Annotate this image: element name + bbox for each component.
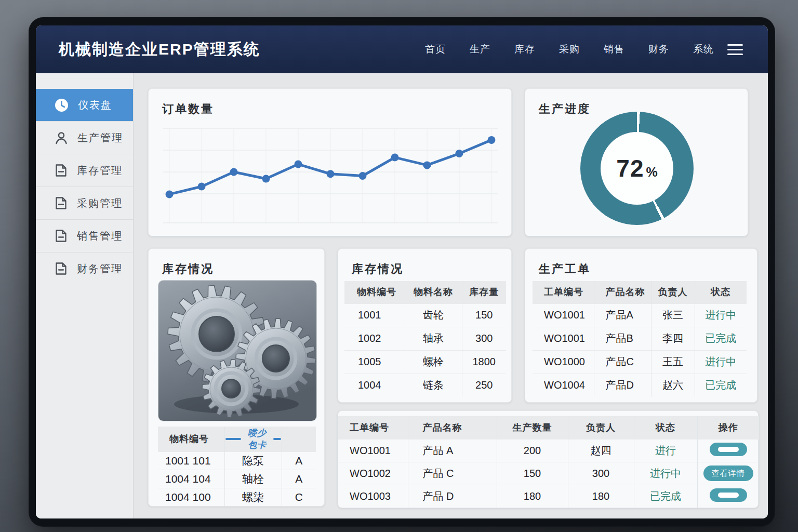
sidebar-item-1[interactable]: 仪表盘 (36, 89, 133, 121)
table-row: WO1003产品 D180180已完成 (338, 485, 759, 508)
table-body: WO1001产品 A200赵四进行WO1002产品 C150300进行中查看详情… (338, 439, 759, 508)
table-row: 1004 104轴栓A (158, 470, 316, 488)
table-row: WO1002产品 C150300进行中查看详情 (338, 462, 759, 485)
table-cell: 150 (497, 462, 568, 485)
table-cell: 150 (462, 303, 506, 327)
column-header (282, 427, 316, 452)
table-head: 工单编号产品名称负责人状态 (533, 281, 747, 303)
progress-card: 生产进度 72 % (525, 88, 748, 236)
table-cell: 1800 (462, 350, 506, 374)
table-cell: 1002 (344, 327, 405, 350)
column-header: 状态 (695, 281, 747, 303)
status-cell: 已完成 (695, 374, 747, 397)
table-head: 物料编号喽少包卡 (158, 427, 316, 452)
nav-item-3[interactable]: 库存 (514, 43, 535, 56)
sidebar-item-label: 销售管理 (77, 229, 123, 243)
table-cell: 250 (462, 374, 506, 397)
action-cell (697, 439, 759, 462)
table-cell: 1004 100 (158, 488, 224, 507)
data-point-1 (166, 190, 174, 198)
action-cell (697, 485, 759, 508)
header-row: 工单编号产品名称生产数量负责人状态操作 (338, 416, 759, 439)
gears-photo (158, 280, 317, 421)
table-cell: 1004 (344, 374, 405, 397)
table-row: 1001齿轮150 (344, 303, 506, 327)
work-orders-card: 生产工单 工单编号产品名称负责人状态WO1001产品A张三进行中WO1001产品… (525, 248, 757, 403)
action-button[interactable] (710, 443, 747, 456)
data-point-9 (423, 161, 431, 169)
table-cell: 张三 (651, 303, 695, 327)
table-row: 1004链条250 (344, 374, 506, 397)
sidebar: 仪表盘生产管理库存管理采购管理销售管理财务管理 (36, 73, 134, 518)
desktop-background: 机械制造企业ERP管理系统 首页生产库存采购销售财务系统 仪表盘生产管理库存管理… (0, 0, 798, 532)
nav-item-5[interactable]: 销售 (604, 43, 624, 56)
action-button[interactable]: 查看详情 (703, 466, 753, 481)
sidebar-item-4[interactable]: 采购管理 (36, 187, 133, 219)
data-point-6 (327, 170, 335, 178)
nav-item-2[interactable]: 生产 (470, 43, 490, 56)
progress-percent-sign: % (646, 165, 657, 180)
column-header: 物料编号 (158, 427, 224, 452)
table-cell: 螺栓 (405, 350, 462, 374)
data-point-10 (456, 150, 463, 157)
table-row: WO1001产品B李四已完成 (533, 327, 747, 350)
table-body: WO1001产品A张三进行中WO1001产品B李四已完成WO1000产品C王五进… (533, 303, 747, 397)
table-cell: 180 (497, 485, 568, 508)
nav-item-6[interactable]: 财务 (648, 43, 669, 56)
table-row: WO1000产品C王五进行中 (533, 350, 747, 374)
document-icon (55, 262, 68, 275)
gear-shape (202, 360, 260, 418)
orders-line-chart (162, 121, 499, 225)
sidebar-item-label: 生产管理 (77, 131, 123, 145)
sidebar-item-2[interactable]: 生产管理 (36, 121, 133, 154)
data-point-5 (295, 161, 302, 168)
action-button[interactable] (710, 488, 747, 502)
column-header: 物料编号 (344, 281, 405, 303)
progress-donut-chart: 72 % (580, 112, 694, 225)
app-window: 机械制造企业ERP管理系统 首页生产库存采购销售财务系统 仪表盘生产管理库存管理… (36, 25, 768, 518)
orders-detail-table: 工单编号产品名称生产数量负责人状态操作WO1001产品 A200赵四进行WO10… (338, 416, 759, 508)
table-row: 1005螺栓1800 (344, 350, 506, 374)
table-cell: WO1001 (533, 303, 594, 327)
nav-item-1[interactable]: 首页 (425, 43, 446, 56)
table-cell: 产品 A (408, 439, 497, 462)
status-cell: 进行中 (634, 462, 697, 485)
column-header: 喽少包卡 (224, 427, 282, 452)
table-cell: 链条 (405, 374, 462, 397)
table-row: WO1004产品D赵六已完成 (533, 374, 747, 397)
card-title-inventory-photo: 库存情况 (149, 249, 324, 277)
status-cell: 进行中 (695, 350, 747, 374)
table-cell: 李四 (651, 327, 695, 350)
table-cell: WO1000 (533, 350, 594, 374)
table-cell: 赵六 (651, 374, 695, 397)
data-point-4 (262, 175, 270, 183)
sidebar-item-3[interactable]: 库存管理 (36, 154, 133, 187)
hamburger-menu-icon[interactable] (727, 44, 743, 55)
nav-item-4[interactable]: 采购 (559, 43, 580, 56)
table-cell: WO1001 (338, 439, 408, 462)
handwritten-annotation: 喽少包卡 (225, 427, 281, 451)
table-row: 1001 101隐泵A (158, 452, 316, 470)
table-cell: 王五 (651, 350, 695, 374)
table-cell: 产品B (594, 327, 651, 350)
table-cell: A (282, 470, 316, 488)
sidebar-item-6[interactable]: 财务管理 (36, 252, 133, 285)
sidebar-item-5[interactable]: 销售管理 (36, 219, 133, 252)
top-nav: 首页生产库存采购销售财务系统 (425, 43, 714, 56)
table-cell: 200 (497, 439, 568, 462)
table-cell: 隐泵 (224, 452, 282, 470)
table-head: 物料编号物料名称库存量 (344, 281, 506, 303)
column-header: 工单编号 (338, 416, 408, 439)
table-cell: 1001 101 (158, 452, 224, 470)
table-cell: 300 (568, 462, 634, 485)
table-cell: 产品A (594, 303, 651, 327)
column-header: 状态 (634, 416, 697, 439)
card-title-work-orders: 生产工单 (525, 249, 757, 277)
action-cell: 查看详情 (697, 462, 759, 485)
status-cell: 进行中 (695, 303, 747, 327)
table-cell: A (282, 452, 316, 470)
document-icon (55, 196, 68, 210)
column-header: 产品名称 (408, 416, 497, 439)
orders-detail-table-card: 工单编号产品名称生产数量负责人状态操作WO1001产品 A200赵四进行WO10… (338, 410, 759, 508)
nav-item-7[interactable]: 系统 (693, 43, 714, 56)
